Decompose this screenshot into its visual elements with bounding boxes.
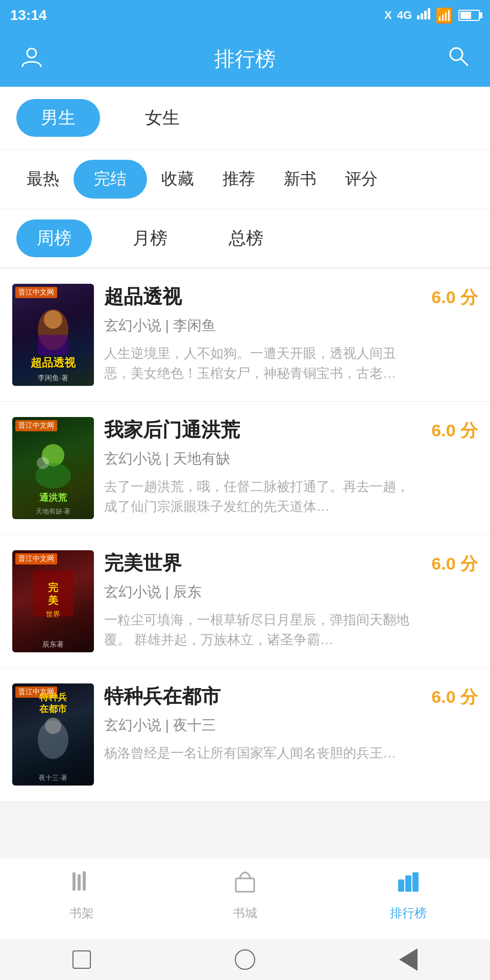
cat-tab-hot[interactable]: 最热 (12, 160, 74, 199)
cat-tab-completed[interactable]: 完结 (74, 160, 147, 199)
circle-icon (235, 949, 255, 970)
book-title-2: 我家后门通洪荒 (104, 417, 421, 443)
period-tabs: 周榜 月榜 总榜 (0, 209, 490, 268)
book-desc-4: 杨洛曾经是一名让所有国家军人闻名丧胆的兵王… (104, 743, 421, 763)
svg-point-8 (37, 457, 49, 469)
svg-rect-17 (83, 871, 86, 891)
svg-rect-19 (398, 879, 404, 892)
svg-rect-15 (72, 872, 76, 891)
page-title: 排行榜 (214, 45, 276, 73)
book-title-4: 特种兵在都市 (104, 683, 421, 709)
book-score-2: 6.0 分 (431, 417, 478, 519)
book-score-3: 6.0 分 (431, 550, 478, 652)
book-info-3: 完美世界 玄幻小说 | 辰东 一粒尘可填海，一根草斩尽日月星辰，弹指间天翻地覆。… (94, 550, 431, 652)
book-title-3: 完美世界 (104, 550, 421, 576)
book-info-1: 超品透视 玄幻小说 | 李闲鱼 人生逆境里，人不如狗。一遭天开眼，透视人间丑恶，… (94, 284, 431, 386)
network-icon: 4G (397, 9, 412, 22)
gender-tab-male[interactable]: 男生 (16, 99, 100, 137)
svg-text:世界: 世界 (46, 610, 60, 618)
back-button[interactable] (66, 944, 97, 975)
cat-tab-new[interactable]: 新书 (270, 160, 331, 199)
book-meta-1: 玄幻小说 | 李闲鱼 (104, 316, 421, 335)
nav-label-store: 书城 (233, 905, 257, 921)
book-list: 晋江中文网 超品透视 李闲鱼·著 超品透视 玄幻小说 | 李闲鱼 (0, 268, 490, 801)
search-icon[interactable] (447, 45, 470, 72)
nav-item-shelf[interactable]: 书架 (0, 868, 163, 921)
bottom-nav: 书架 书城 排行榜 (0, 857, 490, 939)
status-bar-right: X 4G 📶 (384, 7, 480, 24)
list-item[interactable]: 晋江中文网 完 美 世界 辰东著 完美世界 玄幻小说 | 辰东 (0, 535, 490, 668)
svg-text:美: 美 (47, 594, 59, 606)
status-time: 13:14 (10, 7, 47, 23)
book-meta-4: 玄幻小说 | 夜十三 (104, 716, 421, 735)
nav-item-ranking[interactable]: 排行榜 (327, 868, 490, 921)
list-item[interactable]: 晋江中文网 特种兵在都市 夜十三·著 特种兵在都市 玄幻小说 | 夜十三 杨 (0, 668, 490, 801)
battery-icon (458, 10, 480, 21)
nav-label-shelf: 书架 (69, 905, 94, 921)
svg-point-4 (44, 310, 62, 329)
svg-point-0 (27, 48, 36, 58)
svg-text:完: 完 (48, 582, 59, 593)
book-info-4: 特种兵在都市 玄幻小说 | 夜十三 杨洛曾经是一名让所有国家军人闻名丧胆的兵王… (94, 683, 431, 786)
gender-tabs: 男生 女生 (0, 87, 490, 150)
book-title-1: 超品透视 (104, 284, 421, 310)
period-tab-monthly[interactable]: 月榜 (112, 219, 188, 257)
system-nav-bar (0, 939, 490, 980)
wifi-icon: 📶 (435, 7, 453, 24)
book-score-4: 6.0 分 (431, 683, 478, 786)
cat-tab-rating[interactable]: 评分 (331, 160, 392, 199)
signal-icon: X (384, 9, 392, 22)
period-tab-total[interactable]: 总榜 (208, 219, 284, 257)
status-bar: 13:14 X 4G 📶 (0, 0, 490, 31)
book-info-2: 我家后门通洪荒 玄幻小说 | 天地有缺 去了一趟洪荒，哦，任督二脉被打通了。再去… (94, 417, 431, 519)
svg-point-14 (45, 718, 61, 734)
cat-tab-recommended[interactable]: 推荐 (208, 160, 270, 199)
svg-rect-16 (78, 874, 81, 891)
signal-bars-icon (417, 8, 430, 22)
book-cover-1: 晋江中文网 超品透视 李闲鱼·著 (12, 284, 94, 386)
store-icon (232, 868, 258, 901)
app-header: 排行榜 (0, 31, 490, 87)
list-item[interactable]: 晋江中文网 超品透视 李闲鱼·著 超品透视 玄幻小说 | 李闲鱼 (0, 268, 490, 402)
book-cover-3: 晋江中文网 完 美 世界 辰东著 (12, 550, 94, 652)
book-desc-2: 去了一趟洪荒，哦，任督二脉被打通了。再去一趟，成了仙门宗派眼珠子发红的先天道体… (104, 477, 421, 517)
content-area: 男生 女生 最热 完结 收藏 推荐 新书 评分 周榜 月榜 总榜 晋江中文网 (0, 87, 490, 924)
book-desc-1: 人生逆境里，人不如狗。一遭天开眼，透视人间丑恶，美女绝色！玉棺女尸，神秘青铜宝书… (104, 344, 421, 383)
book-desc-3: 一粒尘可填海，一根草斩尽日月星辰，弹指间天翻地覆。 群雄并起，万族林立，诸圣争霸… (104, 610, 421, 650)
category-tabs: 最热 完结 收藏 推荐 新书 评分 (0, 150, 490, 209)
svg-line-2 (461, 59, 468, 65)
svg-rect-20 (405, 875, 411, 892)
recent-button[interactable] (393, 944, 424, 975)
svg-rect-18 (236, 878, 254, 892)
period-tab-weekly[interactable]: 周榜 (16, 219, 92, 257)
book-cover-2: 晋江中文网 通洪荒 天地有缺·著 (12, 417, 94, 519)
book-cover-4: 晋江中文网 特种兵在都市 夜十三·著 (12, 683, 94, 786)
shelf-icon (68, 868, 95, 901)
svg-rect-21 (412, 872, 419, 892)
list-item[interactable]: 晋江中文网 通洪荒 天地有缺·著 我家后门通洪荒 玄幻小说 | 天地有缺 (0, 402, 490, 535)
cat-tab-collected[interactable]: 收藏 (147, 160, 208, 199)
book-meta-2: 玄幻小说 | 天地有缺 (104, 449, 421, 469)
svg-rect-5 (38, 335, 68, 355)
triangle-icon (399, 948, 418, 971)
book-meta-3: 玄幻小说 | 辰东 (104, 582, 421, 602)
gender-tab-female[interactable]: 女生 (120, 99, 204, 137)
user-icon[interactable] (20, 45, 43, 72)
home-button[interactable] (230, 944, 260, 975)
nav-label-ranking: 排行榜 (390, 905, 427, 921)
ranking-icon (395, 868, 422, 901)
square-icon (72, 950, 91, 969)
book-score-1: 6.0 分 (431, 284, 478, 386)
nav-item-store[interactable]: 书城 (163, 868, 327, 921)
